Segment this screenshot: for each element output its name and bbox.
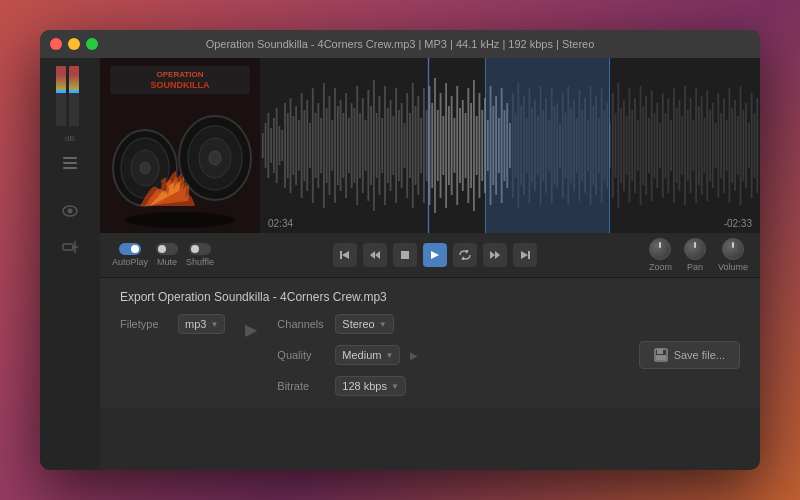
- save-label: Save file...: [674, 349, 725, 361]
- svg-rect-177: [692, 120, 694, 171]
- autoplay-toggle[interactable]: AutoPlay: [112, 243, 148, 267]
- time-remaining: -02:33: [724, 218, 752, 229]
- volume-knob-group: Volume: [718, 238, 748, 272]
- svg-rect-101: [481, 110, 483, 181]
- channels-label: Channels: [277, 318, 327, 330]
- svg-rect-199: [754, 113, 756, 178]
- svg-rect-28: [279, 126, 281, 165]
- svg-rect-54: [351, 103, 353, 188]
- svg-rect-0: [63, 157, 77, 159]
- svg-rect-198: [751, 93, 753, 198]
- svg-rect-35: [298, 120, 300, 171]
- svg-rect-46: [329, 96, 331, 195]
- pan-knob-group: Pan: [684, 238, 706, 272]
- pan-knob[interactable]: [684, 238, 706, 260]
- svg-rect-210: [528, 251, 530, 259]
- svg-rect-78: [417, 96, 419, 195]
- svg-rect-24: [267, 113, 269, 178]
- stop-button[interactable]: [393, 243, 417, 267]
- transport-controls: [226, 243, 645, 267]
- next-arrow[interactable]: ▶: [408, 340, 420, 370]
- svg-text:SOUNDKILLA: SOUNDKILLA: [151, 80, 210, 90]
- channels-select[interactable]: Stereo ▼: [335, 314, 393, 334]
- add-track-icon[interactable]: [58, 237, 82, 257]
- quality-select[interactable]: Medium ▼: [335, 345, 400, 365]
- svg-rect-5: [63, 244, 73, 250]
- waveform-container[interactable]: 02:34 -02:33: [260, 58, 760, 233]
- svg-rect-186: [717, 93, 719, 198]
- svg-rect-75: [409, 113, 411, 178]
- svg-rect-183: [709, 110, 711, 181]
- svg-rect-83: [431, 103, 433, 188]
- svg-rect-191: [731, 108, 733, 183]
- svg-rect-1: [63, 162, 77, 164]
- skip-end-button[interactable]: [513, 243, 537, 267]
- svg-rect-179: [698, 106, 700, 185]
- menu-icon[interactable]: [58, 153, 82, 173]
- mute-toggle[interactable]: Mute: [156, 243, 178, 267]
- center-panel: OPERATION SOUNDKILLA: [100, 58, 760, 470]
- svg-rect-167: [665, 113, 667, 178]
- svg-point-15: [140, 162, 150, 174]
- svg-point-19: [209, 151, 221, 165]
- svg-rect-171: [676, 108, 678, 183]
- svg-rect-73: [404, 123, 406, 168]
- svg-rect-206: [401, 251, 409, 259]
- svg-rect-57: [359, 113, 361, 178]
- playback-selection: [485, 58, 610, 233]
- svg-rect-81: [426, 110, 428, 181]
- skip-start-button[interactable]: [333, 243, 357, 267]
- svg-rect-188: [723, 98, 725, 193]
- svg-rect-100: [479, 93, 481, 198]
- svg-rect-69: [392, 116, 394, 175]
- svg-rect-193: [737, 116, 739, 175]
- filetype-value: mp3: [185, 318, 206, 330]
- svg-rect-76: [412, 83, 414, 208]
- quality-label: Quality: [277, 349, 327, 361]
- svg-rect-88: [445, 83, 447, 208]
- shuffle-toggle[interactable]: Shuffle: [186, 243, 214, 267]
- channels-arrow: ▼: [379, 320, 387, 329]
- svg-rect-79: [420, 118, 422, 173]
- save-file-button[interactable]: Save file...: [639, 341, 740, 369]
- loop-button[interactable]: [453, 243, 477, 267]
- rewind-button[interactable]: [363, 243, 387, 267]
- svg-rect-90: [451, 96, 453, 195]
- svg-marker-208: [490, 251, 495, 259]
- svg-rect-155: [631, 110, 633, 181]
- export-section: Export Operation Soundkilla - 4Corners C…: [100, 277, 760, 408]
- svg-rect-91: [454, 118, 456, 173]
- svg-rect-29: [281, 130, 283, 161]
- maximize-button[interactable]: [86, 38, 98, 50]
- db-label: dB: [65, 134, 75, 143]
- minimize-button[interactable]: [68, 38, 80, 50]
- svg-rect-65: [381, 118, 383, 173]
- svg-rect-156: [634, 98, 636, 193]
- visibility-icon[interactable]: [58, 201, 82, 221]
- quality-arrow: ▼: [385, 351, 393, 360]
- svg-rect-176: [690, 98, 692, 193]
- svg-rect-42: [317, 103, 319, 188]
- filetype-select[interactable]: mp3 ▼: [178, 314, 225, 334]
- bitrate-select[interactable]: 128 kbps ▼: [335, 376, 406, 396]
- svg-rect-66: [384, 86, 386, 205]
- svg-rect-41: [315, 113, 317, 178]
- svg-rect-175: [687, 110, 689, 181]
- svg-point-4: [68, 209, 73, 214]
- svg-rect-45: [326, 108, 328, 183]
- svg-rect-154: [629, 88, 631, 203]
- volume-knob[interactable]: [722, 238, 744, 260]
- svg-rect-158: [640, 86, 642, 205]
- svg-rect-63: [376, 113, 378, 178]
- fastforward-button[interactable]: [483, 243, 507, 267]
- play-button[interactable]: [423, 243, 447, 267]
- zoom-knob[interactable]: [649, 238, 671, 260]
- prev-arrow[interactable]: ▶: [245, 314, 257, 344]
- toggle-group: AutoPlay Mute Shuffle: [112, 243, 214, 267]
- svg-rect-168: [667, 98, 669, 193]
- svg-rect-38: [306, 100, 308, 191]
- quality-value: Medium: [342, 349, 381, 361]
- close-button[interactable]: [50, 38, 62, 50]
- shuffle-dot: [189, 243, 211, 255]
- mute-dot: [156, 243, 178, 255]
